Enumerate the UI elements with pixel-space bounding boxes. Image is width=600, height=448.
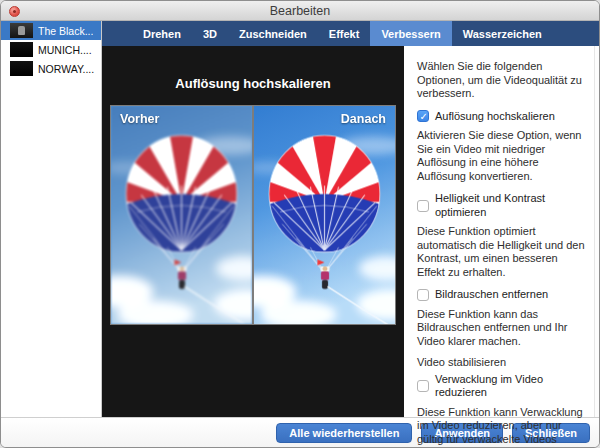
option-description: Diese Funktion optimiert automatisch die… [417,225,585,279]
option-description: Aktivieren Sie diese Option, wenn Sie ei… [417,129,585,183]
before-after-comparison: Vorher Danach [110,105,396,325]
option-upscale-resolution[interactable]: Auflösung hochskalieren [417,110,585,124]
tab-3d[interactable]: 3D [192,21,228,46]
brightness-contrast-checkbox[interactable] [417,200,429,212]
close-window-button[interactable] [9,6,20,17]
window-title: Bearbeiten [270,4,330,18]
before-label: Vorher [120,112,159,126]
panel-scrollbar[interactable] [594,46,600,417]
tab-wasserzeichen[interactable]: Wasserzeichen [452,21,553,46]
video-thumbnail [10,61,33,76]
option-label: Verwacklung im Video reduzieren [435,373,585,400]
media-item-label: MUNICH.... [38,44,92,56]
after-label: Danach [341,112,386,126]
video-thumbnail [10,42,33,57]
option-description: Diese Funktion kann das Bildrauschen ent… [417,308,585,349]
denoise-checkbox[interactable] [417,289,429,301]
before-image: Vorher [111,106,252,324]
after-image: Danach [254,106,395,324]
tab-verbessern[interactable]: Verbessern [370,21,451,46]
media-item-label: The Black... [38,25,93,37]
preview-heading: Auflösung hochskalieren [175,76,330,91]
restore-all-button[interactable]: Alle wiederherstellen [276,423,412,443]
media-list-item[interactable]: MUNICH.... [1,40,101,59]
media-item-label: NORWAY.... [38,63,94,75]
option-stabilize[interactable]: Verwacklung im Video reduzieren [417,373,585,400]
media-list-sidebar: The Black... MUNICH.... NORWAY.... [1,21,102,417]
option-denoise[interactable]: Bildrauschen entfernen [417,288,585,302]
option-label: Auflösung hochskalieren [435,110,555,124]
enhance-options-panel: Wählen Sie die folgenden Optionen, um di… [404,46,600,417]
option-description: Diese Funktion kann Verwacklung im Video… [417,406,585,448]
stabilize-checkbox[interactable] [417,380,429,392]
preview-area: Auflösung hochskalieren Vorher Danach [102,46,404,417]
option-label: Bildrauschen entfernen [435,288,548,302]
video-thumbnail [10,23,33,38]
upscale-checkbox[interactable] [417,110,429,122]
edit-window: Bearbeiten The Black... MUNICH.... NORWA… [0,0,600,448]
tab-zuschneiden[interactable]: Zuschneiden [228,21,318,46]
title-bar: Bearbeiten [1,1,599,21]
option-label: Helligkeit und Kontrast optimieren [435,192,585,219]
tab-bar: Drehen 3D Zuschneiden Effekt Verbessern … [102,21,599,46]
panel-intro-text: Wählen Sie die folgenden Optionen, um di… [417,60,585,101]
stabilize-heading: Video stabilisieren [417,356,585,370]
option-brightness-contrast[interactable]: Helligkeit und Kontrast optimieren [417,192,585,219]
media-list-item[interactable]: NORWAY.... [1,59,101,78]
tab-drehen[interactable]: Drehen [132,21,192,46]
media-list-item[interactable]: The Black... [1,21,101,40]
tab-effekt[interactable]: Effekt [318,21,371,46]
